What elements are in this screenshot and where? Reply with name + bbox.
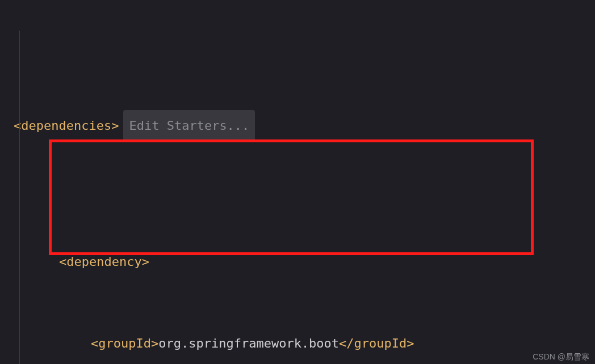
xml-tag: <dependency> — [59, 248, 149, 276]
xml-tag: <groupId> — [91, 330, 158, 357]
edit-starters-hint[interactable]: Edit Starters... — [123, 110, 255, 142]
code-editor[interactable]: <dependencies> Edit Starters... <depende… — [0, 0, 595, 364]
code-line[interactable]: <groupId>org.springframework.boot</group… — [0, 330, 595, 357]
code-line[interactable]: <dependency> — [0, 248, 595, 276]
group-id-value: org.springframework.boot — [158, 330, 339, 357]
code-line[interactable]: <dependencies> Edit Starters... — [0, 112, 595, 139]
xml-tag: </groupId> — [339, 330, 414, 357]
xml-tag: <dependencies> — [14, 112, 119, 139]
watermark: CSDN @易雪寒 — [533, 353, 589, 361]
